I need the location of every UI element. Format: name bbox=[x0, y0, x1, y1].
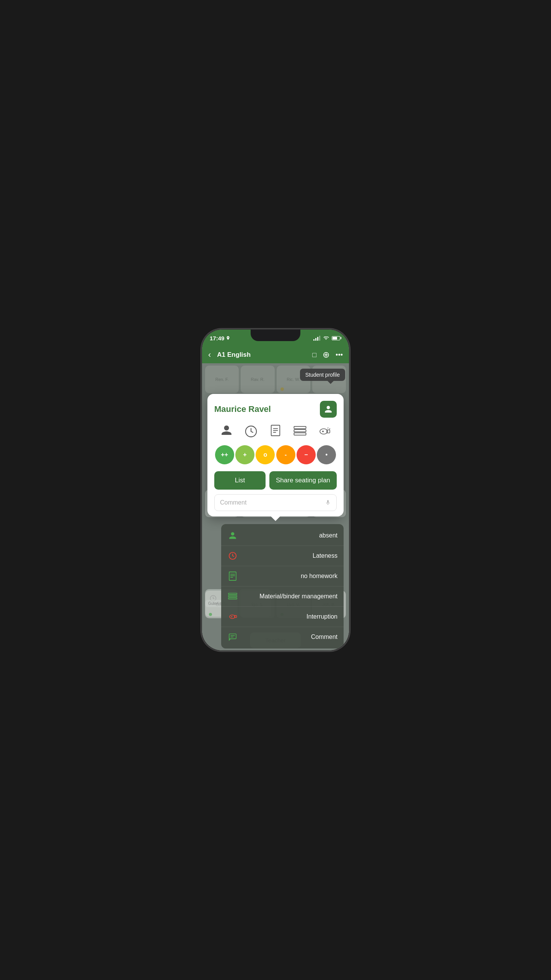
dropdown-lateness[interactable]: Lateness bbox=[221, 546, 344, 566]
nav-bar: ‹ A1 English □ ⊕ ••• bbox=[202, 346, 349, 363]
doc-green-icon bbox=[229, 572, 236, 581]
grade-p[interactable]: + bbox=[235, 445, 254, 464]
action-icon-row bbox=[214, 424, 337, 439]
interruption-icon[interactable] bbox=[317, 424, 332, 439]
svg-line-12 bbox=[329, 429, 330, 429]
clock-svg bbox=[245, 425, 258, 438]
student-modal: Maurice Ravel bbox=[207, 394, 344, 516]
grade-m[interactable]: - bbox=[276, 445, 295, 464]
dropdown-interruption[interactable]: Interruption bbox=[221, 607, 344, 627]
dropdown-absent[interactable]: absent bbox=[221, 526, 344, 546]
nav-action-icons: □ ⊕ ••• bbox=[312, 350, 343, 360]
svg-rect-19 bbox=[228, 595, 237, 596]
interruption-menu-icon bbox=[227, 611, 238, 622]
svg-line-11 bbox=[328, 428, 328, 428]
mic-icon bbox=[325, 500, 331, 506]
svg-rect-22 bbox=[235, 616, 237, 618]
homework-label: no homework bbox=[243, 573, 337, 580]
lateness-icon[interactable] bbox=[243, 424, 259, 439]
svg-rect-5 bbox=[294, 426, 306, 429]
modal-header: Maurice Ravel bbox=[214, 401, 337, 418]
time-display: 17:49 bbox=[210, 335, 224, 341]
tooltip-text: Student profile bbox=[305, 372, 340, 378]
grade-pp[interactable]: ++ bbox=[215, 445, 234, 464]
grade-dot[interactable]: • bbox=[317, 445, 336, 464]
person-green-icon bbox=[228, 531, 237, 540]
interruption-label: Interruption bbox=[243, 613, 337, 620]
list-button[interactable]: List bbox=[214, 471, 266, 490]
lateness-menu-icon bbox=[227, 550, 238, 561]
status-time: 17:49 bbox=[210, 335, 230, 341]
absent-menu-icon bbox=[227, 530, 238, 541]
binder-icon[interactable] bbox=[292, 424, 308, 439]
main-content: Ren. F. Rav. R. Ric. W. Web. M. Student … bbox=[202, 363, 349, 650]
whistle-svg bbox=[318, 426, 331, 437]
dropdown-menu: absent Lateness bbox=[221, 524, 344, 648]
binder-menu-icon bbox=[227, 591, 238, 602]
dropdown-homework[interactable]: no homework bbox=[221, 566, 344, 586]
homework-menu-icon bbox=[227, 571, 238, 581]
svg-rect-6 bbox=[294, 430, 306, 432]
homework-icon[interactable] bbox=[268, 424, 283, 439]
square-icon[interactable]: □ bbox=[312, 351, 316, 359]
modal-arrow bbox=[271, 516, 280, 521]
phone-screen: 17:49 bbox=[202, 330, 349, 650]
person-svg bbox=[220, 425, 233, 438]
absent-icon[interactable] bbox=[219, 424, 234, 439]
clock-red-icon bbox=[228, 552, 237, 560]
more-icon[interactable]: ••• bbox=[336, 351, 343, 359]
nav-title: A1 English bbox=[217, 351, 309, 359]
status-icons bbox=[313, 335, 341, 341]
share-seating-button[interactable]: Share seating plan bbox=[269, 471, 337, 490]
books-green-icon bbox=[228, 592, 237, 601]
absent-label: absent bbox=[243, 532, 337, 539]
phone-frame: 17:49 bbox=[201, 328, 350, 652]
battery-icon bbox=[332, 336, 341, 340]
signal-icon bbox=[313, 336, 320, 341]
person-icon bbox=[324, 405, 333, 413]
svg-rect-14 bbox=[229, 572, 236, 580]
svg-point-10 bbox=[322, 431, 324, 432]
notch bbox=[251, 330, 300, 341]
comment-label: Comment bbox=[243, 634, 337, 640]
svg-rect-24 bbox=[229, 634, 236, 639]
dropdown-binder[interactable]: Material/binder management bbox=[221, 586, 344, 607]
books-svg bbox=[293, 425, 307, 438]
back-button[interactable]: ‹ bbox=[208, 350, 211, 360]
binder-label: Material/binder management bbox=[243, 593, 337, 600]
comment-field[interactable]: Comment bbox=[214, 494, 337, 511]
green-dot bbox=[209, 613, 212, 616]
svg-rect-18 bbox=[228, 593, 237, 594]
svg-rect-7 bbox=[294, 433, 306, 435]
comment-placeholder: Comment bbox=[220, 499, 246, 506]
comment-icon bbox=[228, 633, 237, 641]
wifi-icon bbox=[323, 335, 329, 341]
document-svg bbox=[270, 425, 281, 438]
comment-menu-icon bbox=[227, 632, 238, 642]
student-profile-tooltip: Student profile bbox=[300, 369, 345, 381]
svg-rect-20 bbox=[228, 598, 237, 599]
location-icon bbox=[226, 336, 230, 340]
grade-row: ++ + o - − • bbox=[214, 445, 337, 464]
whistle-red-icon bbox=[228, 613, 237, 621]
svg-point-23 bbox=[231, 616, 232, 617]
dropdown-comment[interactable]: Comment bbox=[221, 627, 344, 647]
student-name: Maurice Ravel bbox=[214, 404, 271, 414]
add-icon[interactable]: ⊕ bbox=[323, 350, 329, 360]
grade-mm[interactable]: − bbox=[297, 445, 316, 464]
action-buttons: List Share seating plan bbox=[214, 471, 337, 490]
grade-o[interactable]: o bbox=[256, 445, 275, 464]
profile-button[interactable] bbox=[320, 401, 337, 418]
lateness-label: Lateness bbox=[243, 552, 337, 559]
